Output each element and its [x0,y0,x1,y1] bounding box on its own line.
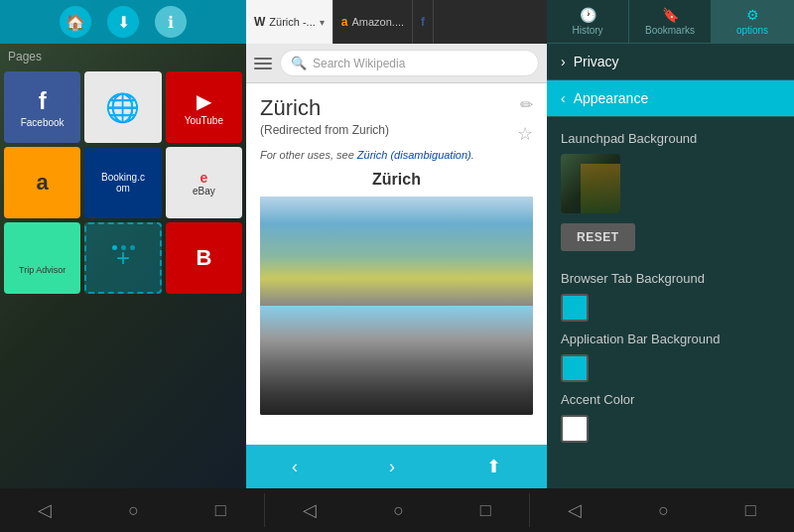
back-icon[interactable]: ◁ [32,493,58,527]
search-bar[interactable]: 🔍 Search Wikipedia [280,50,539,76]
back-icon-mid[interactable]: ◁ [297,493,323,527]
hamburger-line-2 [254,63,272,65]
appearance-title: Appearance [574,90,649,106]
browser-bottom-nav: ‹ › ⬆ [246,445,547,488]
app-bar-color-swatch[interactable] [561,354,589,382]
tile-booking[interactable]: Booking.com [84,147,161,218]
bookmarks-icon: 🔖 [662,7,679,23]
edit-icon[interactable]: ✏ [520,95,533,114]
bottom-nav-middle: ◁ ○ □ [265,493,530,527]
tile-facebook[interactable]: f Facebook [4,71,80,143]
facebook-icon: f [39,87,47,115]
hamburger-menu[interactable] [254,58,272,69]
history-label: History [572,25,602,36]
chevron-down-icon: ▾ [320,17,325,28]
hamburger-line-3 [254,67,272,69]
options-icon: ⚙ [746,7,759,23]
bottom-nav-left: ◁ ○ □ [0,493,265,527]
tile-tripadvisor[interactable]: ⊙⊙ Trip Advisor [4,222,80,294]
wiki-title: Zürich [260,95,533,121]
tab-history[interactable]: 🕐 History [547,0,629,43]
app-bar-bg-row: Application Bar Background [561,332,780,382]
wiki-cityscape [260,197,533,306]
facebook-favicon: f [421,15,425,29]
history-icon: 🕐 [580,7,596,23]
tab-wikipedia-label: Zürich -... [269,16,315,28]
star-icon[interactable]: ☆ [517,123,533,145]
wiki-image [260,197,533,415]
home-icon-mid[interactable]: ○ [387,494,410,527]
amazon-favicon: a [341,15,348,29]
browser-toolbar: 🔍 Search Wikipedia [246,44,547,83]
right-panel-content: › Privacy ‹ Appearance Launchpad Backgro… [547,44,794,488]
reset-button[interactable]: RESET [561,223,635,251]
info-button[interactable]: ℹ [155,6,187,38]
accent-color-row: Accent Color [561,392,780,443]
share-nav-btn[interactable]: ⬆ [474,452,513,481]
accent-color-swatch[interactable] [561,415,589,443]
bottom-nav: ◁ ○ □ ◁ ○ □ ◁ ○ □ [0,488,794,532]
right-panel: 🕐 History 🔖 Bookmarks ⚙ options › Privac… [547,0,794,488]
amazon-icon: a [37,170,49,196]
tripadvisor-label: Trip Advisor [19,265,66,275]
pages-label: Pages [0,44,246,67]
tab-wikipedia[interactable]: W Zürich -... ▾ [246,0,333,44]
tile-amazon[interactable]: a [4,147,80,218]
appearance-header[interactable]: ‹ Appearance [547,80,794,117]
home-icon-right[interactable]: ○ [652,494,675,527]
wikipedia-favicon: W [254,15,265,29]
tab-facebook[interactable]: f [413,0,434,44]
browser-tab-bg-label: Browser Tab Background [561,271,780,286]
browser-tab-bg-row: Browser Tab Background [561,271,780,322]
appearance-chevron-icon: ‹ [561,90,566,106]
appearance-content: Launchpad Background RESET Browser Tab B… [547,117,794,457]
recents-icon[interactable]: □ [209,494,232,527]
bg-preview [561,154,620,213]
pagination-dots [0,241,246,254]
back-icon-right[interactable]: ◁ [562,493,588,527]
back-nav-btn[interactable]: ‹ [280,453,310,481]
ebay-icon: e [199,170,207,186]
recents-icon-right[interactable]: □ [739,494,762,527]
privacy-chevron-icon: › [561,54,566,69]
tile-b[interactable]: B [166,222,242,294]
tiles-grid: f Facebook 🌐 ▶ YouTube a Bookin [0,67,246,298]
ebay-label: eBay [193,186,215,197]
browser-tab-color-swatch[interactable] [561,294,589,322]
tile-add[interactable]: + [84,222,161,294]
recents-icon-mid[interactable]: □ [474,494,497,527]
disambig-link[interactable]: Zürich (disambiguation) [357,149,471,161]
options-label: options [736,25,768,36]
dot-2 [121,245,126,250]
dot-3 [130,245,135,250]
booking-label: Booking.com [99,170,147,196]
right-top-tabs: 🕐 History 🔖 Bookmarks ⚙ options [547,0,794,44]
tab-options[interactable]: ⚙ options [712,0,794,43]
tab-amazon-label: Amazon.... [351,16,404,28]
dot-1 [112,245,117,250]
search-input[interactable]: Search Wikipedia [313,57,528,70]
tile-wikipedia[interactable]: 🌐 [84,71,161,143]
youtube-icon: ▶ [197,89,211,113]
home-icon[interactable]: ○ [122,494,145,527]
tab-amazon[interactable]: a Amazon.... [333,0,413,44]
wiki-disambig: For other uses, see Zürich (disambiguati… [260,149,533,161]
forward-nav-btn[interactable]: › [377,453,407,481]
download-button[interactable]: ⬇ [107,6,139,38]
search-icon: 🔍 [291,56,307,70]
app-bar-bg-label: Application Bar Background [561,332,780,346]
bottom-nav-right: ◁ ○ □ [530,493,794,527]
home-button[interactable]: 🏠 [60,6,91,38]
browser-tabs: W Zürich -... ▾ a Amazon.... f [246,0,547,44]
appearance-section: ‹ Appearance Launchpad Background RESET … [547,80,794,457]
tab-bookmarks[interactable]: 🔖 Bookmarks [629,0,712,43]
hamburger-line-1 [254,58,272,60]
bookmarks-label: Bookmarks [645,25,695,36]
privacy-header[interactable]: › Privacy [547,44,794,80]
wikipedia-logo: 🌐 [105,91,140,124]
wiki-church [260,306,533,415]
wiki-section-title: Zürich [260,171,533,189]
wiki-content: ✏ Zürich ☆ (Redirected from Zurich) For … [246,83,547,445]
tile-ebay[interactable]: e eBay [166,147,242,218]
tile-youtube[interactable]: ▶ YouTube [166,71,242,143]
